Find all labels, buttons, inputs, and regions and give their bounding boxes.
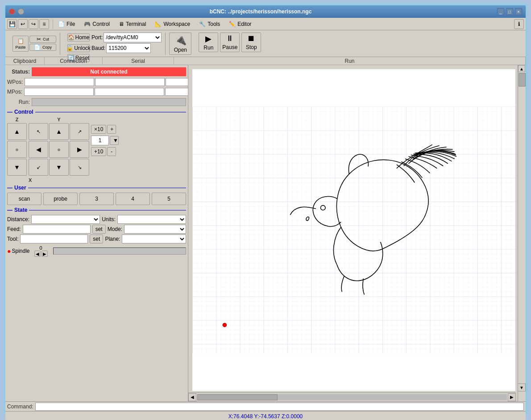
step-minus-button[interactable]: - <box>107 147 116 156</box>
tool-label: Tool: <box>7 236 18 242</box>
scrollbar-vertical[interactable]: ▲ <box>518 65 526 401</box>
paste-button[interactable]: 📋 Paste <box>12 36 29 52</box>
port-label: Port: <box>91 34 103 41</box>
copy-button[interactable]: 📄 Copy <box>29 44 56 51</box>
help-button[interactable]: ℹ <box>514 19 524 29</box>
mode-select[interactable] <box>124 225 186 234</box>
jog-down-button[interactable]: ▼ <box>49 159 69 176</box>
spindle-bar <box>53 247 187 255</box>
clipboard-section: 📋 Paste ✂ Cut 📄 Copy <box>9 33 60 55</box>
feed-input[interactable] <box>23 225 91 234</box>
scroll-up-button[interactable]: ▲ <box>518 65 525 72</box>
redo-button[interactable]: ↪ <box>29 19 38 29</box>
wpos-inputs <box>25 78 188 86</box>
tool-input[interactable] <box>20 235 88 243</box>
mpos-x-input[interactable] <box>24 88 94 96</box>
content-area: Status: Not connected WPos: MPos: <box>5 65 526 401</box>
command-input[interactable] <box>35 403 524 411</box>
unlock-button[interactable]: 🔓 Unlock <box>67 44 90 52</box>
undo-button[interactable]: ↩ <box>18 19 28 29</box>
run-button[interactable]: ▶ Run <box>199 33 218 52</box>
canvas-viewport[interactable] <box>192 69 516 391</box>
maximize-icon[interactable]: □ <box>506 8 513 15</box>
command-label: Command: <box>7 404 33 410</box>
scroll-thumb-v[interactable] <box>519 73 526 86</box>
feed-set-button[interactable]: set <box>92 225 106 234</box>
baud-select[interactable]: 115200 <box>106 43 151 53</box>
run-label: Run <box>174 57 526 65</box>
plane-select[interactable] <box>122 235 186 243</box>
menu-icon[interactable]: ≡ <box>39 19 49 29</box>
jog-ur-button[interactable]: ↗ <box>70 123 89 140</box>
close-button[interactable] <box>9 8 15 15</box>
user-3-button[interactable]: 3 <box>79 193 114 205</box>
spindle-plus-button[interactable]: ▶ <box>41 251 48 257</box>
control-icon: 🎮 <box>84 21 91 27</box>
user-buttons: scan probe 3 4 5 <box>7 193 186 205</box>
wpos-x-input[interactable] <box>25 78 94 86</box>
menu-tools[interactable]: 🔧 Tools <box>195 19 224 29</box>
feed-row: Feed: set Mode: <box>7 225 186 234</box>
z-center-button[interactable]: ● <box>7 141 27 158</box>
minimize-button[interactable] <box>18 8 24 15</box>
port-select[interactable]: /dev/ttyACM0 <box>104 33 162 42</box>
menu-control[interactable]: 🎮 Control <box>80 19 114 29</box>
step-x10-button[interactable]: ×10 <box>91 125 106 134</box>
y-axis-label: Y <box>29 117 89 122</box>
menubar: 💾 ↩ ↪ ≡ 📄 File 🎮 Control 🖥 Terminal 📐 Wo… <box>5 18 526 30</box>
distance-select[interactable] <box>31 215 100 224</box>
z-down-button[interactable]: ▼ <box>7 159 27 176</box>
cut-button[interactable]: ✂ Cut <box>29 36 56 43</box>
step-plus10-button[interactable]: +10 <box>91 147 106 156</box>
jog-home-button[interactable]: ● <box>49 141 69 158</box>
pause-button[interactable]: ⏸ Pause <box>220 33 240 52</box>
status-label: Status: <box>7 69 32 75</box>
distance-row: Distance: Units: <box>7 215 186 224</box>
spindle-label: Spindle <box>12 248 29 254</box>
mpos-z-input[interactable] <box>165 88 188 96</box>
close-icon[interactable]: × <box>515 8 522 15</box>
spindle-row: ● Spindle 0 ◀ ▶ <box>7 245 186 257</box>
step-x10-row: ×10 + <box>91 125 119 134</box>
jog-dl-button[interactable]: ↙ <box>29 159 48 176</box>
open-button[interactable]: 🔌 Open <box>169 33 191 55</box>
scroll-left-button[interactable]: ◀ <box>188 393 196 401</box>
mpos-row: MPos: <box>7 87 186 96</box>
scroll-right-button[interactable]: ▶ <box>508 393 516 401</box>
spindle-value: 0 <box>39 245 42 251</box>
jog-right-button[interactable]: ▶ <box>70 141 89 158</box>
jog-left-button[interactable]: ◀ <box>29 141 48 158</box>
z-up-button[interactable]: ▲ <box>7 123 27 140</box>
wpos-z-input[interactable] <box>166 78 188 86</box>
jog-ul-button[interactable]: ↖ <box>29 123 48 140</box>
scroll-down-button[interactable]: ▼ <box>518 383 526 391</box>
step-dropdown-button[interactable]: ▼ <box>110 136 119 145</box>
save-button[interactable]: 💾 <box>7 19 17 29</box>
mpos-y-input[interactable] <box>95 88 164 96</box>
h-scroll-thumb[interactable] <box>197 394 278 400</box>
menu-editor[interactable]: ✏️ Editor <box>225 19 255 29</box>
step-value-input[interactable] <box>91 136 109 145</box>
jog-up-button[interactable]: ▲ <box>49 123 69 140</box>
units-select[interactable] <box>117 215 186 224</box>
user-scan-button[interactable]: scan <box>7 193 41 205</box>
spindle-label-area: ● Spindle <box>7 247 30 255</box>
svg-rect-1 <box>192 107 515 354</box>
user-5-button[interactable]: 5 <box>152 193 186 205</box>
menu-terminal[interactable]: 🖥 Terminal <box>115 19 150 29</box>
user-4-button[interactable]: 4 <box>116 193 150 205</box>
tool-set-button[interactable]: set <box>90 235 103 243</box>
jog-dr-button[interactable]: ↘ <box>70 159 89 176</box>
user-probe-button[interactable]: probe <box>43 193 78 205</box>
spindle-minus-button[interactable]: ◀ <box>34 251 41 257</box>
home-button[interactable]: 🏠 Home <box>67 33 90 41</box>
file-icon: 📄 <box>58 21 65 27</box>
stop-button[interactable]: ⏹ Stop <box>241 33 261 52</box>
wpos-y-input[interactable] <box>95 78 165 86</box>
serial-label: Serial <box>103 57 174 65</box>
menu-file[interactable]: 📄 File <box>54 19 79 29</box>
minimize-icon[interactable]: _ <box>497 8 504 15</box>
menu-workspace[interactable]: 📐 Workspace <box>151 19 194 29</box>
canvas-area: ▲ <box>188 65 526 401</box>
step-plus-button[interactable]: + <box>107 125 116 134</box>
